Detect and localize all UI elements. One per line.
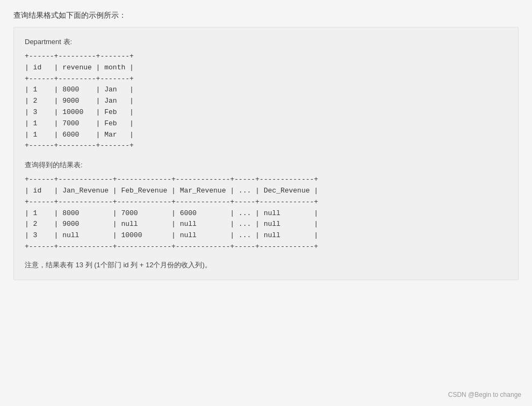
page-container: 查询结果格式如下面的示例所示： Department 表: +------+--…: [0, 0, 532, 406]
footer-note: 注意，结果表有 13 列 (1个部门 id 列 + 12个月份的收入列)。: [25, 260, 507, 270]
department-table: +------+---------+-------+ | id | revenu…: [25, 51, 507, 152]
result-label: 查询得到的结果表:: [25, 160, 507, 170]
intro-text: 查询结果格式如下面的示例所示：: [13, 11, 519, 20]
spacer: [25, 152, 507, 160]
attribution: CSDN @Begin to change: [448, 391, 521, 398]
content-box: Department 表: +------+---------+-------+…: [13, 27, 519, 280]
department-label: Department 表:: [25, 37, 507, 47]
result-table: +------+-------------+-------------+----…: [25, 174, 507, 253]
